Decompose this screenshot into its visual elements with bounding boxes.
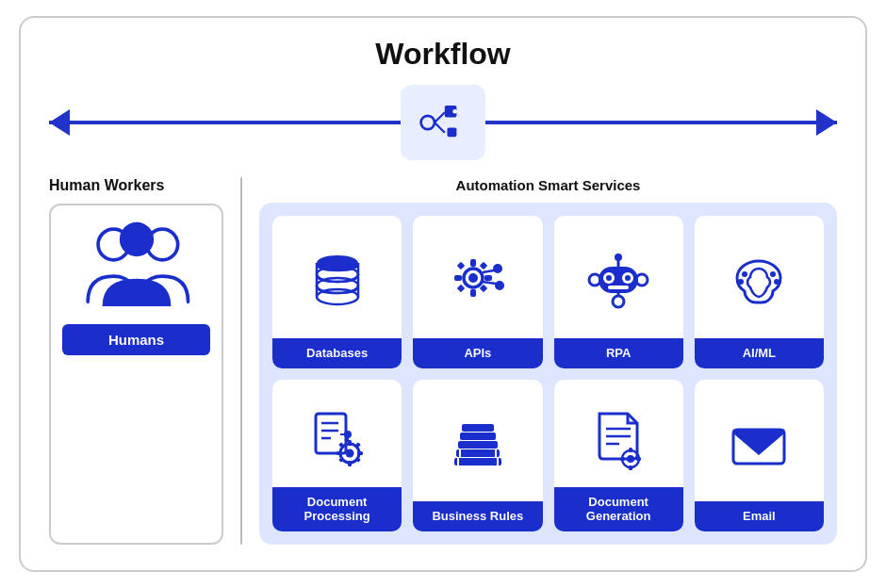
left-panel-title: Human Workers [49,177,223,194]
svg-point-42 [742,271,747,277]
content-row: Human Workers Humans [49,177,837,545]
email-icon [718,391,799,502]
rpa-label: RPA [554,338,683,368]
svg-rect-22 [457,262,465,270]
divider [240,177,242,545]
humans-label: Humans [62,324,210,355]
document-generation-label: Document Generation [554,487,683,531]
svg-rect-55 [357,451,363,455]
business-rules-icon [437,391,518,502]
service-card-aiml: AI/ML [695,216,824,368]
service-card-document-processing: Document Processing [272,380,402,532]
service-card-apis: APIs [413,216,542,368]
humans-box: Humans [49,204,223,545]
svg-point-0 [421,116,435,129]
service-card-business-rules: Business Rules [413,380,542,532]
databases-icon [297,227,378,338]
databases-label: Databases [272,338,402,368]
svg-point-8 [119,222,153,256]
service-card-rpa: RPA [554,216,683,368]
svg-rect-67 [462,424,494,432]
document-generation-icon [578,391,659,487]
email-label: Email [695,501,824,531]
aiml-icon [718,227,799,338]
svg-rect-54 [336,451,342,455]
arrow-row [49,85,837,160]
svg-point-26 [493,264,502,273]
svg-point-5 [452,109,457,114]
svg-rect-64 [456,449,500,457]
document-processing-icon [297,391,378,487]
svg-point-40 [613,296,624,307]
svg-rect-80 [636,457,641,461]
svg-rect-20 [454,275,462,281]
service-card-document-generation: Document Generation [554,380,683,532]
svg-point-33 [606,275,612,281]
svg-rect-25 [480,262,487,270]
rpa-icon [578,227,659,338]
service-card-databases: Databases [272,216,402,368]
svg-point-76 [627,455,634,463]
document-processing-label: Document Processing [272,487,402,531]
svg-point-27 [495,281,504,290]
workflow-icon-box [401,85,485,160]
svg-rect-63 [454,458,501,466]
svg-rect-78 [629,466,632,470]
main-container: Workflow Human Worker [19,16,867,572]
svg-point-51 [345,449,353,457]
svg-point-17 [468,273,478,283]
services-container: Databases [259,203,837,545]
arrow-right-icon [816,109,837,136]
page-title: Workflow [49,37,837,72]
business-rules-label: Business Rules [413,501,542,531]
svg-rect-18 [470,259,476,267]
svg-rect-4 [448,127,457,137]
svg-rect-66 [460,433,496,440]
svg-point-34 [625,275,631,281]
svg-point-44 [738,279,744,285]
humans-icon [80,220,193,315]
svg-rect-21 [484,275,492,281]
apis-label: APIs [413,338,542,368]
svg-point-43 [770,271,776,277]
service-card-email: Email [695,380,824,532]
svg-line-2 [435,122,445,133]
workflow-svg-icon [418,97,468,148]
apis-icon [437,227,518,338]
svg-point-45 [774,279,779,285]
right-panel-title: Automation Smart Services [259,177,837,193]
svg-point-13 [317,289,358,304]
svg-rect-77 [629,448,632,452]
svg-rect-35 [608,286,629,289]
svg-rect-53 [348,461,352,466]
left-panel: Human Workers Humans [49,177,223,545]
svg-rect-24 [457,285,465,292]
svg-rect-19 [470,289,476,297]
svg-rect-65 [458,441,498,449]
svg-point-39 [615,253,622,261]
svg-rect-79 [620,457,625,461]
arrow-left-icon [49,109,70,136]
svg-line-28 [483,270,494,272]
right-panel: Automation Smart Services [259,177,837,545]
svg-line-1 [435,112,445,122]
aiml-label: AI/ML [695,338,824,368]
svg-line-29 [483,282,496,284]
